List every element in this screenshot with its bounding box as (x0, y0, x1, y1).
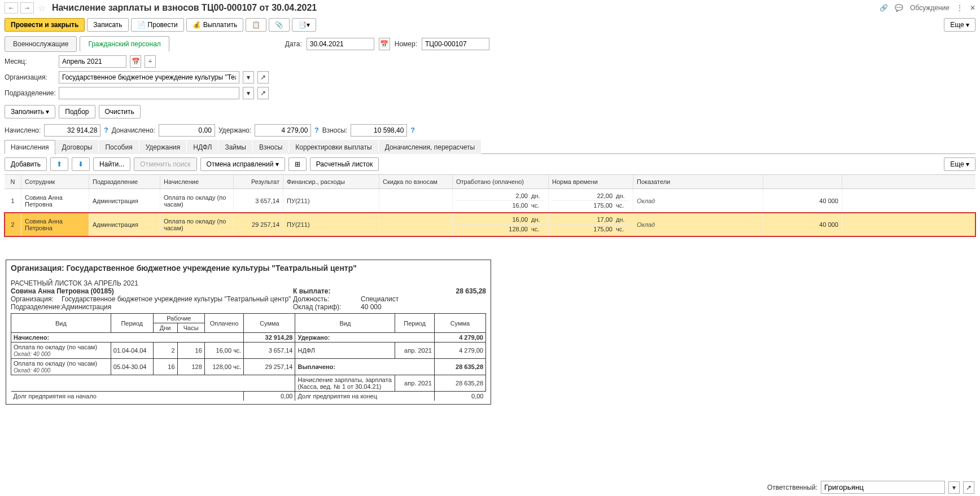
contrib-help-icon[interactable]: ? (410, 126, 414, 134)
tab-payment-corrections[interactable]: Корректировки выплаты (289, 140, 378, 154)
org-label: Организация: (5, 73, 55, 81)
cell-dep: Администрация (89, 213, 160, 236)
close-icon[interactable]: ✕ (970, 4, 975, 12)
pay-button[interactable]: 💰 Выплатить (186, 18, 244, 32)
work-days-unit: дн. (528, 216, 545, 223)
more-button[interactable]: Еще ▾ (944, 18, 975, 32)
extra-menu-button[interactable]: 📑▾ (292, 18, 316, 32)
pay-button-label: Выплатить (203, 21, 238, 29)
tab-civilian[interactable]: Гражданский персонал (80, 36, 169, 52)
col-ind-header[interactable]: Показатели (633, 175, 763, 188)
post-and-close-button[interactable]: Провести и закрыть (5, 18, 85, 32)
accrued-value[interactable] (44, 124, 100, 137)
tab-military[interactable]: Военнослужащие (5, 36, 77, 52)
date-label: Дата: (285, 40, 302, 48)
contrib-label: Взносы: (322, 126, 348, 134)
extra-accrued-value[interactable] (159, 124, 215, 137)
extra-accrued-label: Доначислено: (112, 126, 155, 134)
payslip-button[interactable]: Расчетный листок (310, 157, 379, 171)
post-button[interactable]: 📄 Провести (131, 18, 184, 32)
month-stepper[interactable]: ÷ (145, 55, 156, 68)
norm-hours-unit: чс. (613, 202, 629, 209)
withheld-help-icon[interactable]: ? (314, 126, 318, 134)
nav-back-button[interactable]: ← (5, 2, 18, 14)
org-input[interactable] (59, 71, 239, 84)
col-acc-header[interactable]: Начисление (160, 175, 234, 188)
dept-open-icon[interactable]: ↗ (257, 87, 269, 99)
org-dropdown-icon[interactable]: ▾ (243, 71, 254, 84)
cell-val: 40 000 (763, 189, 842, 212)
move-down-button[interactable]: ⬇ (72, 157, 90, 171)
work-hours: 16,00 (456, 202, 528, 209)
col-n-header[interactable]: N (5, 175, 21, 188)
window-title: Начисление зарплаты и взносов ТЦ00-00010… (50, 3, 877, 13)
write-button[interactable]: Записать (87, 18, 128, 32)
month-input[interactable] (59, 55, 126, 68)
more-button-label: Еще (950, 21, 964, 29)
month-calendar-icon[interactable]: 📅 (130, 55, 141, 68)
discuss-label[interactable]: Обсуждение (910, 4, 950, 12)
find-button[interactable]: Найти... (93, 157, 130, 171)
cell-work: 16,00дн. 128,00чс. (453, 213, 549, 236)
table-row[interactable]: 2 Совина Анна Петровна Администрация Опл… (5, 213, 975, 236)
discuss-icon[interactable]: 💬 (895, 4, 903, 12)
norm-days: 22,00 (552, 192, 613, 199)
col-dep-header[interactable]: Подразделение (89, 175, 160, 188)
col-res-header[interactable]: Результат (234, 175, 283, 188)
withheld-value[interactable] (255, 124, 311, 137)
number-input[interactable] (422, 38, 489, 50)
cell-fin: ПУ(211) (283, 213, 379, 236)
report-button[interactable]: 📋 (246, 18, 266, 32)
nav-forward-button[interactable]: → (20, 2, 34, 14)
add-row-button[interactable]: Добавить (5, 157, 47, 171)
cell-norm: 17,00дн. 175,00чс. (549, 213, 633, 236)
attach-button[interactable]: 📎 (269, 18, 290, 32)
tab-loans[interactable]: Займы (218, 140, 252, 154)
cell-n: 1 (5, 189, 21, 212)
tab-accruals[interactable]: Начисления (5, 140, 55, 154)
cell-acc: Оплата по окладу (по часам) (160, 213, 234, 236)
table-row[interactable]: 1 Совина Анна Петровна Администрация Опл… (5, 189, 975, 213)
grid-settings-button[interactable]: ⊞ (288, 157, 307, 171)
col-norm-header[interactable]: Норма времени (549, 175, 633, 188)
cell-norm: 22,00дн. 175,00чс. (549, 189, 633, 212)
col-val-header[interactable] (763, 175, 842, 188)
dept-dropdown-icon[interactable]: ▾ (243, 87, 254, 99)
norm-days: 17,00 (552, 216, 613, 223)
tab-contributions[interactable]: Взносы (253, 140, 288, 154)
clear-button[interactable]: Очистить (99, 105, 141, 118)
tab-benefits[interactable]: Пособия (99, 140, 138, 154)
cancel-correction-button[interactable]: Отмена исправлений ▾ (200, 157, 285, 171)
work-days-unit: дн. (528, 192, 545, 199)
post-icon: 📄 (137, 21, 146, 29)
fill-button[interactable]: Заполнить ▾ (5, 105, 55, 118)
kebab-menu-icon[interactable]: ⋮ (956, 4, 963, 12)
pick-button[interactable]: Подбор (59, 105, 95, 118)
org-open-icon[interactable]: ↗ (257, 71, 269, 84)
contrib-value[interactable] (351, 124, 407, 137)
cancel-correction-label: Отмена исправлений (207, 160, 274, 168)
cell-val: 40 000 (763, 213, 842, 236)
accrued-help-icon[interactable]: ? (104, 126, 108, 134)
link-icon[interactable]: 🔗 (880, 4, 888, 12)
dept-label: Подразделение: (5, 89, 55, 97)
grid-more-button[interactable]: Еще ▾ (944, 157, 975, 171)
move-up-button[interactable]: ⬆ (50, 157, 68, 171)
tab-deductions[interactable]: Удержания (139, 140, 187, 154)
favorite-star-icon[interactable]: ☆ (36, 2, 47, 14)
tab-ndfl[interactable]: НДФЛ (187, 140, 218, 154)
col-emp-header[interactable]: Сотрудник (21, 175, 89, 188)
col-fin-header[interactable]: Финансир., расходы (283, 175, 379, 188)
dept-input[interactable] (59, 87, 239, 99)
norm-days-unit: дн. (613, 192, 629, 199)
col-work-header[interactable]: Отработано (оплачено) (453, 175, 549, 188)
tab-recalculations[interactable]: Доначисления, перерасчеты (379, 140, 481, 154)
cell-emp: Совина Анна Петровна (21, 189, 89, 212)
cell-n: 2 (5, 213, 21, 236)
col-disc-header[interactable]: Скидка по взносам (379, 175, 453, 188)
date-input[interactable] (307, 38, 374, 50)
tab-contracts[interactable]: Договоры (56, 140, 99, 154)
calendar-icon[interactable]: 📅 (379, 38, 390, 50)
cell-ind: Оклад (633, 213, 763, 236)
norm-hours: 175,00 (552, 202, 613, 209)
